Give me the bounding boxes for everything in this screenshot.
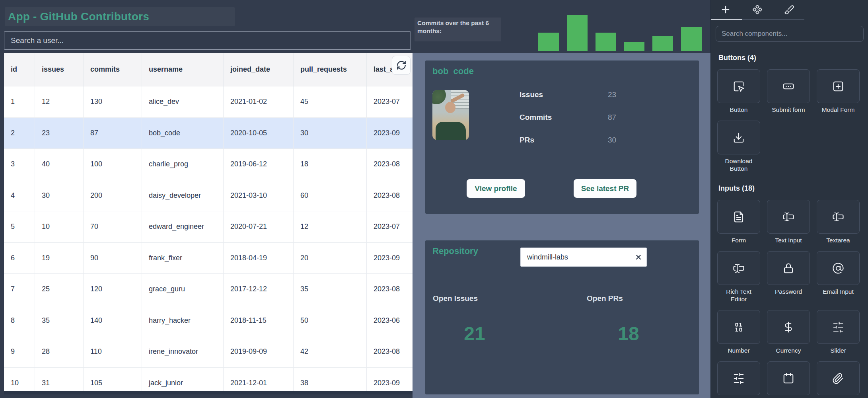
component-tile[interactable] (817, 200, 860, 234)
component-tile[interactable] (717, 121, 760, 154)
component-item-form[interactable]: Form (717, 200, 760, 244)
component-label: Text Input (767, 236, 810, 244)
table-row[interactable]: 22387bob_code2020-10-05302023-09 (4, 118, 413, 149)
table-row[interactable]: 928110irene_innovator2019-09-09422023-08 (4, 336, 413, 368)
component-label: Modal Form (817, 106, 860, 113)
component-grid: FormText InputTextareaRich Text EditorPa… (717, 200, 866, 398)
table-cell: 70 (84, 211, 142, 242)
palette-tab-component[interactable] (752, 4, 763, 15)
component-item-textarea[interactable]: Textarea (817, 200, 860, 244)
table-row[interactable]: 725120grace_guru2017-12-12352023-08 (4, 274, 413, 305)
component-tile[interactable] (717, 69, 760, 103)
component-item-text-input[interactable]: Text Input (767, 200, 810, 244)
component-tile[interactable] (717, 200, 760, 234)
table-row[interactable]: 1031105jack_junior2021-12-01382023-09 (4, 368, 413, 395)
download (733, 132, 745, 144)
table-cell: 4 (4, 180, 35, 211)
component-grid: ButtonSubmit formModal FormDownload Butt… (717, 69, 866, 172)
component-label: Button (717, 106, 760, 113)
component-tile[interactable] (767, 200, 810, 234)
table-cell: 100 (84, 149, 142, 180)
component-tile[interactable] (717, 361, 760, 395)
table-row[interactable]: 430200daisy_developer2021-03-10602023-08 (4, 180, 413, 212)
paperclip (832, 373, 844, 384)
table-cell: 2023-08 (367, 180, 413, 211)
table-cell: 60 (294, 180, 367, 211)
table-cell: 50 (294, 305, 367, 336)
table-cell: 45 (294, 86, 367, 117)
table-horizontal-scrollbar[interactable] (4, 391, 413, 394)
component-tile[interactable] (717, 251, 760, 285)
table-row[interactable]: 340100charlie_prog2019-06-12182023-08 (4, 149, 413, 180)
text-cursor-input (832, 211, 844, 223)
table-cell: 2021-12-01 (224, 368, 294, 395)
table-cell: 120 (84, 274, 142, 305)
table-cell: 200 (84, 180, 142, 211)
component-item-email-input[interactable]: Email Input (817, 251, 860, 303)
stat-label: PRs (520, 136, 534, 144)
table-cell: 3 (4, 149, 35, 180)
table-cell: 12 (294, 211, 367, 242)
table-row[interactable]: 112130alice_dev2021-01-02452023-07 (4, 86, 413, 118)
contributors-table: idissuescommitsusernamejoined_datepull_r… (4, 53, 413, 394)
clear-input-icon[interactable] (631, 253, 646, 261)
metric-label: Open Issues (433, 294, 516, 303)
component-tile[interactable] (817, 251, 860, 285)
table-header-row: idissuescommitsusernamejoined_datepull_r… (4, 53, 413, 86)
component-item-rich-text-editor[interactable]: Rich Text Editor (717, 251, 760, 303)
component-tile[interactable] (817, 310, 860, 344)
table-cell: 38 (294, 368, 367, 395)
table-row[interactable]: 51070edward_engineer2020-07-21122023-07 (4, 211, 413, 243)
table-cell: 2019-06-12 (224, 149, 294, 180)
component-item-slider[interactable]: Slider (817, 310, 860, 354)
component-item-number[interactable]: Number (717, 310, 760, 354)
component-item-calendar[interactable] (767, 361, 810, 398)
component-item-currency[interactable]: Currency (767, 310, 810, 354)
commit-bar (624, 42, 644, 51)
tab-bar-divider (742, 19, 804, 20)
table-row[interactable]: 835140harry_hacker2018-11-15502023-06 (4, 305, 413, 337)
table-cell: 2019-09-09 (224, 336, 294, 367)
component-label: Form (717, 236, 760, 244)
palette-tab-plus[interactable] (720, 4, 731, 15)
sliders-horizontal (832, 321, 844, 333)
component-item-submit-form[interactable]: Submit form (767, 69, 810, 113)
text-cursor-input (733, 262, 745, 274)
component-item-button[interactable]: Button (717, 69, 760, 113)
component-item-sliders-horizontal[interactable] (717, 361, 760, 398)
search-components-input[interactable] (716, 26, 864, 42)
table-cell: 20 (294, 243, 367, 274)
palette-tabs (711, 0, 868, 19)
table-cell: 2023-09 (367, 368, 413, 395)
table-cell: jack_junior (142, 368, 224, 395)
component-tile[interactable] (767, 69, 810, 103)
search-user-input[interactable] (4, 31, 411, 50)
table-row[interactable]: 61990frank_fixer2018-04-19202023-09 (4, 243, 413, 274)
see-latest-pr-button[interactable]: See latest PR (574, 179, 636, 198)
binary (733, 321, 745, 333)
component-tile[interactable] (717, 310, 760, 344)
component-label: Password (767, 288, 810, 295)
palette-tab-brush[interactable] (784, 4, 795, 15)
table-cell: 30 (35, 180, 84, 211)
component-tile[interactable] (817, 361, 860, 395)
component-tile[interactable] (767, 310, 810, 344)
table-cell: 2023-09 (367, 243, 413, 274)
component-label: Email Input (817, 288, 860, 295)
sliders-horizontal (733, 373, 745, 384)
component-tile[interactable] (767, 361, 810, 395)
plus-icon (720, 4, 731, 15)
component-item-paperclip[interactable] (817, 361, 860, 398)
view-profile-button[interactable]: View profile (467, 179, 525, 198)
component-item-password[interactable]: Password (767, 251, 810, 303)
component-tile[interactable] (767, 251, 810, 285)
section-title: Inputs (18) (718, 184, 866, 193)
repository-input[interactable] (521, 253, 631, 261)
component-item-download-button[interactable]: Download Button (717, 121, 760, 172)
table-cell: 7 (4, 274, 35, 305)
table-cell: 105 (84, 368, 142, 395)
refresh-table-button[interactable] (392, 56, 411, 75)
component-tile[interactable] (817, 69, 860, 103)
repository-input-wrap (520, 248, 647, 267)
component-item-modal-form[interactable]: Modal Form (817, 69, 860, 113)
